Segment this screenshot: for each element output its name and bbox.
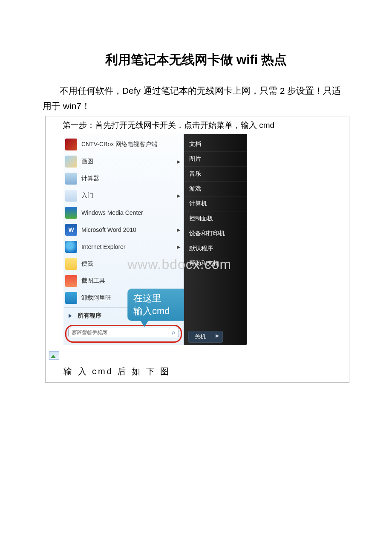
step1-text: 第一步：首先打开无线网卡开关，点击开始菜单，输入 cmd: [63, 120, 345, 131]
media-center-icon: [65, 207, 77, 219]
all-programs-label: 所有程序: [78, 312, 101, 320]
right-item-controlpanel[interactable]: 控制面板: [184, 211, 247, 226]
program-item-stickynotes[interactable]: 便笺: [64, 255, 183, 272]
search-input[interactable]: [68, 328, 179, 337]
document-page: 利用笔记本无线网卡做 wifi 热点 不用任何软件，Defy 通过笔记本的无线网…: [0, 0, 392, 383]
program-label: 画图: [81, 158, 93, 165]
submenu-arrow-icon: ▶: [177, 227, 180, 233]
shutdown-button[interactable]: 关机 ▶: [188, 331, 223, 343]
snipping-tool-icon: [65, 275, 77, 287]
submenu-arrow-icon: ▶: [177, 244, 180, 250]
calculator-icon: [65, 173, 77, 185]
step-block: 第一步：首先打开无线网卡开关，点击开始菜单，输入 cmd CNTV-CBox 网…: [45, 116, 349, 383]
triangle-icon: [69, 314, 72, 318]
word-icon: W: [65, 224, 77, 236]
right-item-documents[interactable]: 文档: [184, 137, 247, 152]
program-item-paint[interactable]: 画图 ▶: [64, 153, 183, 170]
right-item-games[interactable]: 游戏: [184, 182, 247, 197]
submenu-arrow-icon: ▶: [177, 159, 180, 165]
start-menu-right-panel: 文档 图片 音乐 游戏 计算机 控制面板 设备和打印机 默认程序 帮助和支持 关…: [184, 134, 247, 345]
program-label: Microsoft Word 2010: [81, 226, 136, 233]
shutdown-arrow-icon[interactable]: ▶: [212, 331, 222, 342]
right-item-music[interactable]: 音乐: [184, 167, 247, 182]
program-item-snip[interactable]: 截图工具: [64, 272, 183, 289]
program-label: CNTV-CBox 网络电视客户端: [81, 141, 157, 148]
page-title: 利用笔记本无线网卡做 wifi 热点: [43, 51, 349, 69]
program-item-ie[interactable]: Internet Explorer ▶: [64, 238, 183, 255]
program-item-gettingstarted[interactable]: 入门 ▶: [64, 187, 183, 204]
program-label: 便笺: [81, 260, 93, 268]
sticky-notes-icon: [65, 258, 77, 270]
program-label: 卸载阿里旺: [81, 294, 111, 302]
intro-paragraph: 不用任何软件，Defy 通过笔记本的无线网卡上网，只需 2 步设置！只适用于 w…: [43, 83, 349, 113]
program-label: Internet Explorer: [81, 243, 126, 250]
search-box-highlight: ⌕: [65, 325, 182, 343]
right-item-defaultprograms[interactable]: 默认程序: [184, 241, 247, 256]
right-item-computer[interactable]: 计算机: [184, 197, 247, 211]
ie-icon: [65, 241, 77, 253]
program-label: Windows Media Center: [81, 209, 143, 216]
right-item-help[interactable]: 帮助和支持: [184, 256, 247, 271]
program-item-calculator[interactable]: 计算器: [64, 170, 183, 187]
submenu-arrow-icon: ▶: [177, 193, 180, 199]
program-label: 入门: [81, 192, 93, 199]
program-item-word[interactable]: W Microsoft Word 2010 ▶: [64, 221, 183, 238]
shutdown-label: 关机: [189, 331, 212, 342]
program-label: 截图工具: [81, 277, 105, 285]
image-placeholder-icon: [49, 351, 59, 360]
getting-started-icon: [65, 190, 77, 202]
program-item-wmc[interactable]: Windows Media Center: [64, 204, 183, 221]
right-item-pictures[interactable]: 图片: [184, 152, 247, 167]
wangwang-icon: [65, 292, 77, 304]
paint-icon: [65, 156, 77, 168]
program-item-cntv[interactable]: CNTV-CBox 网络电视客户端: [64, 136, 183, 153]
right-item-devices[interactable]: 设备和打印机: [184, 226, 247, 241]
after-cmd-text: 输 入 cmd 后 如 下 图: [63, 366, 345, 377]
start-menu: CNTV-CBox 网络电视客户端 画图 ▶ 计算器 入门 ▶: [63, 134, 247, 345]
start-menu-left-panel: CNTV-CBox 网络电视客户端 画图 ▶ 计算器 入门 ▶: [63, 134, 184, 345]
program-label: 计算器: [81, 175, 99, 182]
app-icon: [65, 139, 77, 150]
